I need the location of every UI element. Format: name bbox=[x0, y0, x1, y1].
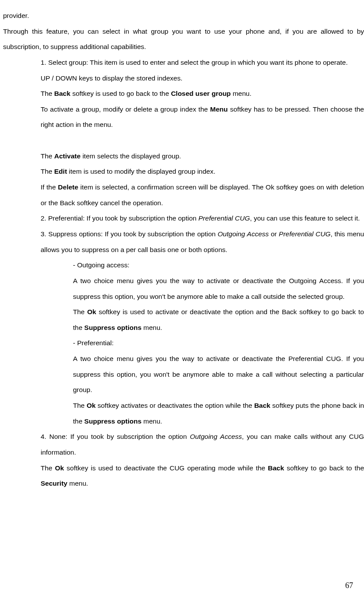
text: The bbox=[41, 168, 54, 175]
text: - Preferential: bbox=[73, 339, 114, 347]
italic-text: Preferential CUG bbox=[279, 230, 330, 238]
paragraph: provider. bbox=[3, 8, 364, 24]
paragraph: Through this feature, you can select in … bbox=[3, 24, 364, 55]
text: A two choice menu gives you the way to a… bbox=[73, 277, 364, 300]
text: item is used to modify the displayed gro… bbox=[67, 168, 215, 175]
sub-item: - Outgoing access: bbox=[73, 257, 364, 273]
text: To activate a group, modify or delete a … bbox=[41, 105, 210, 113]
text: If the bbox=[41, 183, 58, 191]
text: menu. bbox=[67, 480, 88, 487]
bold-text: Ok bbox=[87, 308, 96, 315]
blank-line bbox=[41, 133, 364, 148]
text: The bbox=[73, 402, 87, 409]
text: UP / DOWN keys to display the stored ind… bbox=[41, 74, 183, 82]
bold-text: Activate bbox=[54, 152, 80, 160]
paragraph: If the Delete item is selected, a confir… bbox=[41, 179, 364, 210]
text: The bbox=[41, 152, 54, 160]
paragraph: The Activate item selects the displayed … bbox=[41, 148, 364, 164]
bold-text: Security bbox=[41, 480, 67, 487]
list-item: 2. Preferential: If you took by subscrip… bbox=[41, 210, 364, 226]
text: 1. Select group: This item is used to en… bbox=[41, 59, 348, 66]
text: , you can use this feature to select it. bbox=[250, 214, 360, 222]
paragraph: To activate a group, modify or delete a … bbox=[41, 102, 364, 133]
text: menu. bbox=[231, 90, 251, 97]
text: softkey to go back to the bbox=[284, 464, 364, 472]
bold-text: Back bbox=[54, 90, 70, 97]
text: The bbox=[41, 90, 54, 97]
text: 3. Suppress options: If you took by subs… bbox=[41, 230, 218, 238]
page-content: provider. Through this feature, you can … bbox=[0, 8, 364, 491]
bold-text: Closed user group bbox=[171, 90, 231, 97]
bold-text: Ok bbox=[87, 402, 96, 409]
text: The bbox=[73, 308, 87, 315]
paragraph: The Edit item is used to modify the disp… bbox=[41, 164, 364, 179]
italic-text: Outgoing Access bbox=[218, 230, 269, 238]
bold-text: Edit bbox=[54, 168, 67, 175]
text: softkey is used to deactivate the CUG op… bbox=[64, 464, 268, 472]
text: or bbox=[269, 230, 279, 238]
paragraph: A two choice menu gives you the way to a… bbox=[73, 273, 364, 304]
document-page: provider. Through this feature, you can … bbox=[0, 0, 364, 599]
list-item: 3. Suppress options: If you took by subs… bbox=[41, 226, 364, 257]
paragraph: The Ok softkey is used to deactivate the… bbox=[41, 460, 364, 491]
paragraph: The Ok softkey is used to activate or de… bbox=[73, 304, 364, 335]
text: A two choice menu gives you the way to a… bbox=[73, 355, 364, 393]
text: menu. bbox=[142, 324, 162, 331]
text: menu. bbox=[142, 417, 162, 425]
text: provider. bbox=[3, 12, 29, 19]
text: 67 bbox=[345, 581, 353, 590]
text: softkey is used to go back to the bbox=[70, 90, 171, 97]
bold-text: Suppress options bbox=[84, 324, 142, 331]
paragraph: A two choice menu gives you the way to a… bbox=[73, 351, 364, 398]
bold-text: Back bbox=[254, 402, 270, 409]
bold-text: Suppress options bbox=[84, 417, 142, 425]
text: softkey activates or deactivates the opt… bbox=[96, 402, 254, 409]
text: item selects the displayed group. bbox=[80, 152, 181, 160]
text: Through this feature, you can select in … bbox=[3, 28, 364, 51]
text: 4. None: If you took by subscription the… bbox=[41, 433, 190, 440]
bold-text: Ok bbox=[55, 464, 64, 472]
paragraph: The Ok softkey activates or deactivates … bbox=[73, 398, 364, 429]
text: 2. Preferential: If you took by subscrip… bbox=[41, 214, 198, 222]
page-number: 67 bbox=[345, 581, 353, 590]
text: - Outgoing access: bbox=[73, 261, 129, 269]
paragraph: The Back softkey is used to go back to t… bbox=[41, 86, 364, 102]
bold-text: Menu bbox=[210, 105, 228, 113]
text: item is selected, a confirmation screen … bbox=[41, 183, 364, 207]
bold-text: Back bbox=[268, 464, 284, 472]
text: The bbox=[41, 464, 55, 472]
bold-text: Delete bbox=[58, 183, 79, 191]
list-item: 1. Select group: This item is used to en… bbox=[41, 55, 364, 70]
sub-item: - Preferential: bbox=[73, 335, 364, 351]
italic-text: Preferential CUG bbox=[198, 214, 250, 222]
list-item: 4. None: If you took by subscription the… bbox=[41, 429, 364, 460]
paragraph: UP / DOWN keys to display the stored ind… bbox=[41, 70, 364, 86]
italic-text: Outgoing Access bbox=[190, 433, 242, 440]
